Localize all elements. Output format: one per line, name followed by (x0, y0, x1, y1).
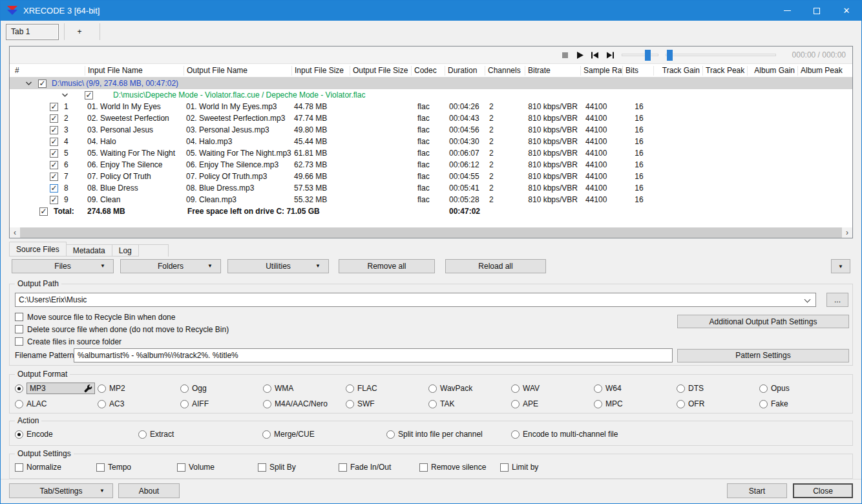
column-header-album-gain[interactable]: Album Gain (747, 66, 797, 76)
radio-icon[interactable] (180, 400, 189, 408)
format-option-fake[interactable]: Fake (759, 398, 842, 410)
checkbox-icon[interactable] (177, 463, 185, 472)
track-row-4[interactable]: 404. Halo04. Halo.mp345.44 MBflac00:04:3… (10, 136, 852, 147)
track-checkbox[interactable] (50, 114, 58, 123)
seek-slider[interactable] (666, 50, 776, 61)
radio-icon[interactable] (98, 384, 106, 393)
radio-icon[interactable] (346, 400, 354, 408)
browse-button[interactable]: ... (826, 293, 848, 307)
column-header-duration[interactable]: Duration (445, 66, 485, 76)
maximize-button[interactable] (802, 1, 832, 21)
radio-icon[interactable] (594, 384, 602, 393)
track-checkbox[interactable] (50, 126, 58, 134)
checkbox-move-source-file-to-recycle-bin-when-done[interactable]: Move source file to Recycle Bin when don… (15, 311, 229, 323)
track-checkbox[interactable] (50, 103, 58, 111)
tab-metadata[interactable]: Metadata (66, 244, 112, 257)
format-option-ac3[interactable]: AC3 (98, 398, 180, 410)
column-header-track-gain[interactable]: Track Gain (653, 66, 702, 76)
column-header-bits[interactable]: Bits (622, 66, 653, 76)
setting-tempo[interactable]: Tempo (96, 461, 177, 473)
format-option-wav[interactable]: WAV (511, 383, 594, 394)
radio-icon[interactable] (386, 430, 395, 439)
minimize-button[interactable] (772, 1, 802, 21)
column-header-channels[interactable]: Channels (485, 66, 525, 76)
format-option-alac[interactable]: ALAC (15, 398, 98, 410)
action-option-encode[interactable]: Encode (15, 428, 138, 440)
start-button[interactable]: Start (727, 483, 787, 498)
folders-button[interactable]: Folders▼ (120, 259, 221, 273)
chevron-down-icon[interactable] (804, 297, 811, 303)
action-option-split-into-file-per-channel[interactable]: Split into file per channel (386, 428, 511, 440)
scrollbar-thumb[interactable] (20, 227, 842, 238)
tab-source-files[interactable]: Source Files (9, 242, 67, 257)
format-option-mp2[interactable]: MP2 (98, 383, 180, 394)
radio-icon[interactable] (15, 384, 23, 393)
radio-icon[interactable] (180, 384, 189, 393)
column-header-codec[interactable]: Codec (411, 66, 445, 76)
output-path-combobox[interactable]: C:\Users\Erix\Music (15, 293, 816, 307)
checkbox-create-files-in-source-folder[interactable]: Create files in source folder (15, 335, 229, 348)
about-button[interactable]: About (118, 483, 180, 498)
checkbox-delete-source-file-when-done-do-not-move-to-recycle-bin[interactable]: Delete source file when done (do not mov… (15, 323, 229, 335)
more-options-button[interactable]: ▼ (831, 259, 850, 273)
radio-icon[interactable] (428, 384, 437, 393)
format-option-m4a-aac-nero[interactable]: M4A/AAC/Nero (263, 398, 346, 410)
track-checkbox[interactable] (50, 138, 58, 146)
close-button[interactable]: Close (793, 483, 853, 498)
scroll-right-icon[interactable]: › (842, 227, 852, 238)
format-option-mp3[interactable]: MP3 (15, 383, 98, 394)
radio-icon[interactable] (346, 384, 354, 393)
track-row-3[interactable]: 303. Personal Jesus03. Personal Jesus.mp… (10, 124, 852, 136)
setting-fade-in-out[interactable]: Fade In/Out (339, 461, 419, 473)
track-row-5[interactable]: 505. Waiting For The Night05. Waiting Fo… (10, 147, 852, 159)
selected-format-box[interactable]: MP3 (26, 383, 95, 394)
radio-icon[interactable] (138, 430, 147, 439)
checkbox-icon[interactable] (15, 313, 23, 321)
radio-icon[interactable] (511, 430, 520, 439)
radio-icon[interactable] (262, 430, 271, 439)
remove-all-button[interactable]: Remove all (339, 259, 435, 273)
group-checkbox[interactable] (85, 91, 93, 100)
seek-slider-thumb[interactable] (667, 50, 673, 61)
setting-limit-by[interactable]: Limit by (500, 461, 538, 473)
column-header-number[interactable]: # (10, 66, 85, 76)
scroll-left-icon[interactable]: ‹ (10, 227, 20, 238)
column-header-input-file-name[interactable]: Input File Name (85, 66, 184, 76)
tab-1[interactable]: Tab 1 (6, 24, 59, 40)
track-row-2[interactable]: 202. Sweetest Perfection02. Sweetest Per… (10, 112, 852, 124)
action-option-merge-cue[interactable]: Merge/CUE (262, 428, 386, 440)
play-button[interactable] (574, 50, 585, 61)
tree-expander-icon[interactable] (61, 92, 68, 98)
track-checkbox[interactable] (50, 173, 58, 181)
action-option-encode-to-multi-channel-file[interactable]: Encode to multi-channel file (511, 428, 618, 440)
format-option-wma[interactable]: WMA (263, 383, 346, 394)
setting-volume[interactable]: Volume (177, 461, 258, 473)
reload-all-button[interactable]: Reload all (445, 259, 546, 273)
format-option-mpc[interactable]: MPC (594, 398, 677, 410)
format-option-aiff[interactable]: AIFF (180, 398, 263, 410)
action-option-extract[interactable]: Extract (138, 428, 262, 440)
group-row-music-folder[interactable]: D:\music\ (9/9, 274.68 MB, 00:47:02) (10, 78, 852, 89)
radio-icon[interactable] (511, 400, 520, 408)
column-header-bitrate[interactable]: Bitrate (525, 66, 580, 76)
format-option-opus[interactable]: Opus (759, 383, 842, 394)
tab-settings-button[interactable]: Tab/Settings▼ (9, 483, 113, 498)
column-header-album-peak[interactable]: Album Peak (797, 66, 852, 76)
track-checkbox[interactable] (50, 149, 58, 158)
format-option-dts[interactable]: DTS (677, 383, 759, 394)
previous-track-button[interactable] (589, 50, 600, 61)
tab-log[interactable]: Log (112, 244, 139, 257)
radio-icon[interactable] (511, 384, 520, 393)
format-option-ogg[interactable]: Ogg (180, 383, 263, 394)
utilities-button[interactable]: Utilities▼ (227, 259, 329, 273)
radio-icon[interactable] (263, 384, 271, 393)
format-option-flac[interactable]: FLAC (346, 383, 428, 394)
format-option-tak[interactable]: TAK (428, 398, 511, 410)
radio-icon[interactable] (15, 430, 23, 439)
pattern-settings-button[interactable]: Pattern Settings (677, 349, 849, 362)
track-row-7[interactable]: 707. Policy Of Truth07. Policy Of Truth.… (10, 171, 852, 182)
track-row-1[interactable]: 101. World In My Eyes01. World In My Eye… (10, 101, 852, 112)
files-button[interactable]: Files▼ (12, 259, 114, 273)
radio-icon[interactable] (263, 400, 271, 408)
track-checkbox[interactable] (50, 161, 58, 169)
